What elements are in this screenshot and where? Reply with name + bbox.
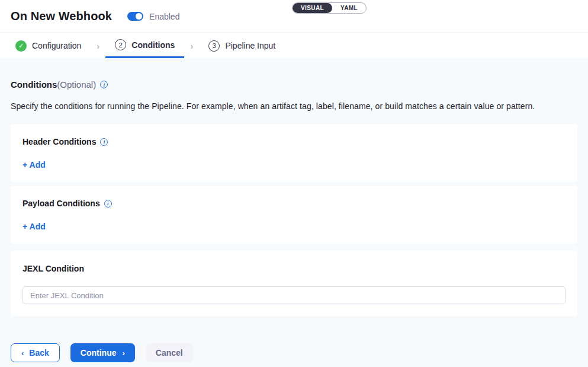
payload-conditions-title: Payload Conditions <box>23 199 100 208</box>
section-heading: Conditions (Optional) i <box>11 79 577 90</box>
optional-label: (Optional) <box>57 79 96 90</box>
enabled-toggle-label: Enabled <box>149 12 179 21</box>
chevron-right-icon: › <box>184 33 199 58</box>
payload-conditions-card: Payload Conditions i + Add <box>11 186 577 244</box>
enabled-toggle-group: Enabled <box>127 12 179 21</box>
jexl-condition-input[interactable] <box>23 286 565 304</box>
step-number-badge: 2 <box>115 39 126 50</box>
add-payload-condition-button[interactable]: + Add <box>23 222 46 231</box>
chevron-left-icon: ‹ <box>21 349 24 358</box>
check-icon: ✓ <box>15 40 27 52</box>
step-conditions[interactable]: 2 Conditions <box>105 33 184 58</box>
continue-button[interactable]: Continue › <box>70 343 135 362</box>
wizard-stepper: ✓ Configuration › 2 Conditions › 3 Pipel… <box>0 33 588 58</box>
card-title-row: Header Conditions i <box>23 137 565 146</box>
visual-yaml-switch: VISUAL YAML <box>292 2 367 14</box>
tab-yaml[interactable]: YAML <box>332 3 366 13</box>
back-button[interactable]: ‹ Back <box>11 343 60 362</box>
step-number-badge: 3 <box>208 40 220 52</box>
footer-actions: ‹ Back Continue › Cancel <box>11 343 577 362</box>
header-bar: On New Webhook Enabled VISUAL YAML <box>0 0 588 33</box>
step-pipeline-input-label: Pipeline Input <box>225 41 275 50</box>
jexl-condition-card: JEXL Condition <box>11 251 577 316</box>
header-conditions-title: Header Conditions <box>23 137 96 146</box>
header-conditions-card: Header Conditions i + Add <box>11 124 577 182</box>
back-button-label: Back <box>29 348 49 358</box>
page-title: On New Webhook <box>11 9 112 23</box>
step-configuration[interactable]: ✓ Configuration <box>6 33 91 58</box>
jexl-condition-title: JEXL Condition <box>23 264 84 273</box>
info-icon[interactable]: i <box>104 200 112 208</box>
card-title-row: JEXL Condition <box>23 264 565 273</box>
main-content: Conditions (Optional) i Specify the cond… <box>0 58 588 367</box>
chevron-right-icon: › <box>122 349 124 358</box>
step-configuration-label: Configuration <box>32 41 81 50</box>
conditions-heading: Conditions <box>11 79 57 90</box>
tab-visual[interactable]: VISUAL <box>293 3 332 13</box>
conditions-description: Specify the conditions for running the P… <box>11 101 577 111</box>
info-icon[interactable]: i <box>100 81 108 88</box>
card-title-row: Payload Conditions i <box>23 199 565 208</box>
step-conditions-label: Conditions <box>131 40 175 50</box>
add-header-condition-button[interactable]: + Add <box>23 160 46 170</box>
toggle-knob <box>136 13 142 20</box>
step-pipeline-input[interactable]: 3 Pipeline Input <box>199 33 285 58</box>
chevron-right-icon: › <box>91 33 105 58</box>
enabled-toggle[interactable] <box>127 12 143 21</box>
continue-button-label: Continue <box>81 348 117 358</box>
cancel-button-label: Cancel <box>156 348 183 358</box>
cancel-button[interactable]: Cancel <box>146 343 193 362</box>
info-icon[interactable]: i <box>100 138 108 146</box>
